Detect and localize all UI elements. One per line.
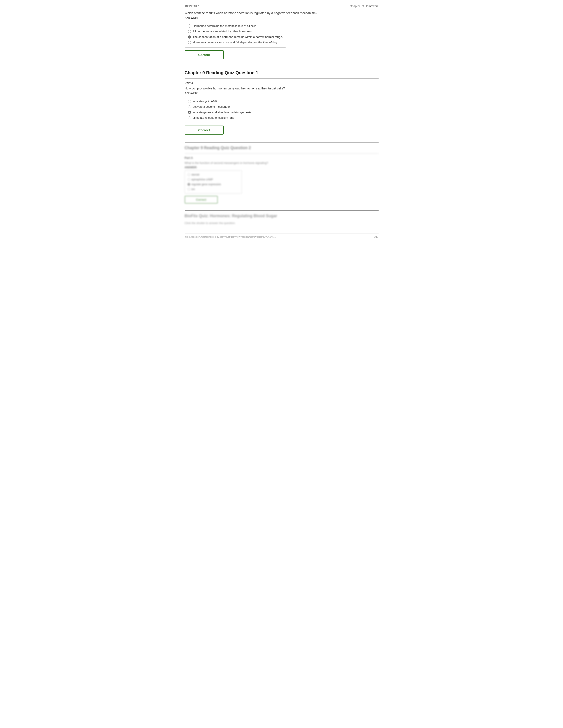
section2-partA-label: Part A bbox=[185, 156, 379, 159]
section1-title: Chapter 9 Reading Quiz Question 1 bbox=[185, 70, 379, 75]
q1-radio-4 bbox=[188, 116, 191, 119]
nf-option-text-4: Hormone concentrations rise and fall dep… bbox=[193, 41, 278, 44]
nf-option-1[interactable]: Hormones determine the metabolic rate of… bbox=[188, 23, 283, 29]
nf-radio-4 bbox=[188, 41, 191, 44]
q1-option-3[interactable]: activate genes and stimulate protein syn… bbox=[188, 109, 265, 115]
q1-radio-1 bbox=[188, 100, 191, 103]
nf-option-text-1: Hormones determine the metabolic rate of… bbox=[193, 24, 257, 28]
section2-correct-button: Correct bbox=[185, 196, 218, 204]
footer-page-number: 2/11 bbox=[374, 235, 378, 238]
section3-blurred-block: BioFlix Quiz: Hormones: Regulating Blood… bbox=[185, 214, 379, 225]
section1-question: How do lipid-soluble hormones carry out … bbox=[185, 87, 379, 90]
q1-option-2[interactable]: activate a second messenger bbox=[188, 104, 265, 109]
header-title: Chapter 09 Homework bbox=[350, 4, 378, 8]
nf-radio-2 bbox=[188, 30, 191, 33]
q2-option-text-3: regulate gene expression bbox=[191, 183, 221, 186]
q1-option-text-3: activate genes and stimulate protein syn… bbox=[193, 111, 251, 114]
nf-option-2[interactable]: All hormones are regulated by other horm… bbox=[188, 29, 283, 34]
section1-partA-block: How do lipid-soluble hormones carry out … bbox=[185, 87, 379, 138]
nf-option-text-2: All hormones are regulated by other horm… bbox=[193, 30, 253, 33]
negative-feedback-correct-button: Correct bbox=[185, 50, 224, 59]
section2-options-box: steroid epinephrine cAMP regulate gene e… bbox=[185, 170, 242, 194]
section-divider-3 bbox=[185, 210, 379, 211]
q1-option-text-4: stimulate release of calcium ions bbox=[193, 116, 234, 119]
section1-partA-label: Part A bbox=[185, 81, 379, 85]
nf-option-3[interactable]: The concentration of a hormone remains w… bbox=[188, 34, 283, 40]
section3-question: Click the shutter to answer the question… bbox=[185, 221, 379, 225]
section1-block: Chapter 9 Reading Quiz Question 1 Part A… bbox=[185, 70, 379, 138]
section3-title: BioFlix Quiz: Hormones: Regulating Blood… bbox=[185, 214, 379, 218]
negative-feedback-block: Which of these results when hormone secr… bbox=[185, 11, 379, 63]
negative-feedback-answer-label: ANSWER: bbox=[185, 16, 379, 19]
nf-option-4[interactable]: Hormone concentrations rise and fall dep… bbox=[188, 40, 283, 45]
q2-radio-2 bbox=[187, 178, 190, 181]
q2-option-1: steroid bbox=[187, 172, 239, 177]
section2-question: What is the function of second messenger… bbox=[185, 161, 379, 165]
header-date: 10/19/2017 bbox=[185, 4, 199, 8]
q1-radio-2 bbox=[188, 105, 191, 108]
q2-radio-1 bbox=[187, 173, 190, 176]
section1-thin-divider bbox=[185, 78, 379, 79]
q2-option-3: regulate gene expression bbox=[187, 182, 239, 187]
q1-option-text-1: activate cyclic AMP bbox=[193, 100, 217, 103]
q2-option-2: epinephrine cAMP bbox=[187, 177, 239, 182]
q1-option-4[interactable]: stimulate release of calcium ions bbox=[188, 115, 265, 120]
section2-answer-label: ANSWER: bbox=[185, 166, 379, 169]
section1-options-box: activate cyclic AMP activate a second me… bbox=[185, 96, 268, 123]
section-divider-2 bbox=[185, 142, 379, 143]
section-divider-1 bbox=[185, 67, 379, 67]
q2-option-4: ion bbox=[187, 187, 239, 192]
section2-thin-divider bbox=[185, 153, 379, 154]
section2-blurred-block: Chapter 9 Reading Quiz Question 2 Part A… bbox=[185, 146, 379, 206]
section1-answer-label: ANSWER: bbox=[185, 91, 379, 95]
page-header: 10/19/2017 Chapter 09 Homework bbox=[185, 4, 379, 8]
page-footer: https://session.masteringbiology.com/myc… bbox=[185, 233, 379, 238]
q2-radio-3 bbox=[187, 183, 190, 186]
footer-url: https://session.masteringbiology.com/myc… bbox=[185, 235, 276, 238]
q2-option-text-4: ion bbox=[191, 188, 195, 191]
q2-option-text-1: steroid bbox=[191, 173, 199, 176]
section1-correct-button: Correct bbox=[185, 126, 224, 135]
q1-option-1[interactable]: activate cyclic AMP bbox=[188, 98, 265, 104]
nf-radio-3 bbox=[188, 35, 191, 39]
negative-feedback-options-box: Hormones determine the metabolic rate of… bbox=[185, 21, 286, 48]
q2-option-text-2: epinephrine cAMP bbox=[191, 178, 213, 181]
negative-feedback-question: Which of these results when hormone secr… bbox=[185, 11, 379, 15]
q1-option-text-2: activate a second messenger bbox=[193, 105, 230, 108]
section2-title: Chapter 9 Reading Quiz Question 2 bbox=[185, 146, 379, 150]
q1-radio-3 bbox=[188, 111, 191, 114]
nf-option-text-3: The concentration of a hormone remains w… bbox=[193, 35, 283, 39]
nf-radio-1 bbox=[188, 24, 191, 28]
q2-radio-4 bbox=[187, 188, 190, 191]
